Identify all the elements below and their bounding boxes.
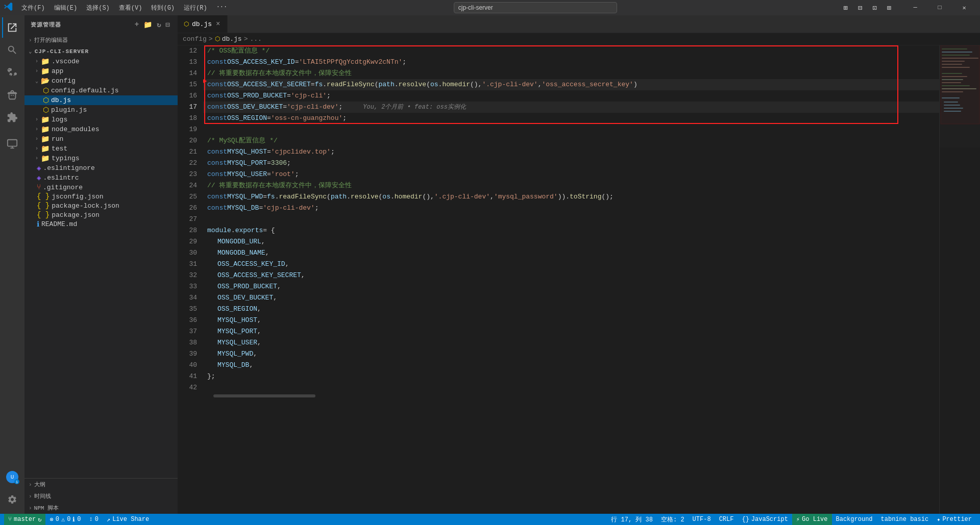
scrollbar-thumb[interactable] <box>213 394 315 397</box>
code-line-41[interactable]: }; <box>203 371 939 382</box>
open-editors-section[interactable]: › 打开的编辑器 <box>24 34 178 46</box>
code-line-20[interactable]: /* MySQL配置信息 */ <box>203 135 939 146</box>
source-control-activity-icon[interactable] <box>2 62 22 83</box>
breadcrumb-more[interactable]: ... <box>250 35 261 43</box>
go-live-item[interactable]: ⚡ Go Live <box>792 514 832 525</box>
tree-item-config[interactable]: ⌄ 📂 config <box>24 76 178 86</box>
menu-more[interactable]: ··· <box>212 3 232 13</box>
code-line-30[interactable]: MONGODB_NAME, <box>203 247 939 259</box>
npm-scripts-section[interactable]: › NPM 脚本 <box>24 502 178 514</box>
account-activity-icon[interactable]: U 1 <box>2 467 22 487</box>
prettier-item[interactable]: ✦ Prettier <box>933 514 976 525</box>
menu-file[interactable]: 文件(F) <box>17 3 49 13</box>
code-line-33[interactable]: OSS_PROD_BUCKET, <box>203 281 939 292</box>
code-line-24[interactable]: // 将重要数据存在本地缓存文件中，保障安全性 <box>203 180 939 191</box>
new-folder-icon[interactable]: 📁 <box>142 19 154 30</box>
code-line-38[interactable]: MYSQL_USER, <box>203 337 939 348</box>
code-line-34[interactable]: OSS_DEV_BUCKET, <box>203 292 939 304</box>
code-line-42[interactable] <box>203 382 939 393</box>
search-activity-icon[interactable] <box>2 40 22 60</box>
outline-section[interactable]: › 大纲 <box>24 479 178 490</box>
tab-db-js[interactable]: ⬡ db.js × <box>178 15 228 33</box>
code-line-37[interactable]: MYSQL_PORT, <box>203 326 939 337</box>
menu-edit[interactable]: 编辑(E) <box>50 3 82 13</box>
menu-run[interactable]: 运行(R) <box>180 3 211 13</box>
tab-close-button[interactable]: × <box>215 19 221 29</box>
cursor-position-item[interactable]: 行 17, 列 38 <box>607 514 657 525</box>
code-line-39[interactable]: MYSQL_PWD, <box>203 348 939 360</box>
tree-item-jsconfig[interactable]: { } jsconfig.json <box>24 192 178 201</box>
new-file-icon[interactable]: + <box>134 19 140 30</box>
code-line-17[interactable]: ● const OSS_DEV_BUCKET = 'cjp-cli-dev'; … <box>203 102 939 113</box>
tabnine-item[interactable]: tabnine basic <box>877 514 933 525</box>
tree-item-run[interactable]: › 📁 run <box>24 134 178 144</box>
horizontal-scrollbar[interactable] <box>203 393 939 398</box>
errors-item[interactable]: ⊗ 0 ⚠ 0 ℹ 0 <box>45 514 85 525</box>
timeline-section[interactable]: › 时间线 <box>24 490 178 502</box>
code-line-18[interactable]: const OSS_REGION = 'oss-cn-guangzhou'; <box>203 113 939 124</box>
collapse-all-icon[interactable]: ⊟ <box>165 19 172 30</box>
code-line-15[interactable]: const OSS_ACCESS_KEY_SECRET = fs.readFil… <box>203 79 939 90</box>
code-content[interactable]: /* OSS配置信息 */ const OSS_ACCESS_KEY_ID = … <box>203 45 939 514</box>
breadcrumb-config[interactable]: config <box>183 35 207 43</box>
code-line-22[interactable]: const MYSQL_PORT = 3306; <box>203 158 939 169</box>
remote-explorer-activity-icon[interactable] <box>2 134 22 154</box>
search-input[interactable] <box>454 2 617 13</box>
code-line-19[interactable] <box>203 124 939 135</box>
maximize-button[interactable]: □ <box>928 0 951 15</box>
extensions-activity-icon[interactable] <box>2 107 22 128</box>
explorer-activity-icon[interactable] <box>2 17 22 38</box>
code-line-14[interactable]: // 将重要数据存在本地缓存文件中，保障安全性 <box>203 68 939 79</box>
layout-custom-icon[interactable]: ⊞ <box>883 2 895 14</box>
line-ending-item[interactable]: CRLF <box>715 514 738 525</box>
tree-item-test[interactable]: › 📁 test <box>24 144 178 154</box>
layout-panel-icon[interactable]: ⊟ <box>854 2 866 14</box>
settings-activity-icon[interactable] <box>2 489 22 510</box>
tree-item-package-lock[interactable]: { } package-lock.json <box>24 201 178 210</box>
tree-item-gitignore[interactable]: ⑂ .gitignore <box>24 183 178 192</box>
code-line-29[interactable]: MONGODB_URL, <box>203 236 939 247</box>
encoding-item[interactable]: UTF-8 <box>689 514 715 525</box>
code-line-13[interactable]: const OSS_ACCESS_KEY_ID = 'LTAI5tPPfQgYc… <box>203 57 939 68</box>
code-line-31[interactable]: OSS_ACCESS_KEY_ID, <box>203 259 939 270</box>
layout-sidebar-icon[interactable]: ⊞ <box>839 2 851 14</box>
tree-item-config-default-js[interactable]: ⬡ config.default.js <box>24 86 178 95</box>
tree-item-eslintrc[interactable]: ◈ .eslintrc <box>24 173 178 183</box>
code-line-16[interactable]: const OSS_PROD_BUCKET = 'cjp-cli'; <box>203 90 939 102</box>
code-line-25[interactable]: const MYSQL_PWD = fs.readFileSync(path.r… <box>203 191 939 203</box>
menu-goto[interactable]: 转到(G) <box>147 3 179 13</box>
language-item[interactable]: {} JavaScript <box>738 514 792 525</box>
code-line-21[interactable]: const MYSQL_HOST = 'cjpclidev.top'; <box>203 146 939 158</box>
menu-select[interactable]: 选择(S) <box>82 3 114 13</box>
tree-item-vscode[interactable]: › 📁 .vscode <box>24 57 178 66</box>
code-line-26[interactable]: const MYSQL_DB = 'cjp-cli-dev'; <box>203 203 939 214</box>
live-share-item[interactable]: ↗ Live Share <box>103 514 153 525</box>
tree-item-db-js[interactable]: ⬡ db.js <box>24 95 178 105</box>
close-button[interactable]: ✕ <box>952 0 976 15</box>
code-line-36[interactable]: MYSQL_HOST, <box>203 315 939 326</box>
code-line-32[interactable]: OSS_ACCESS_KEY_SECRET, <box>203 270 939 281</box>
project-root-section[interactable]: ⌄ CJP-CLI-SERVER <box>24 46 178 57</box>
tree-item-typings[interactable]: › 📁 typings <box>24 154 178 163</box>
code-line-27[interactable] <box>203 214 939 225</box>
tree-item-package-json[interactable]: { } package.json <box>24 210 178 219</box>
tree-item-eslintignore[interactable]: ◈ .eslintignore <box>24 163 178 173</box>
git-sync-item[interactable]: ↕ 0 <box>85 514 103 525</box>
tree-item-readme[interactable]: ℹ README.md <box>24 219 178 229</box>
tree-item-node-modules[interactable]: › 📁 node_modules <box>24 124 178 134</box>
spaces-item[interactable]: 空格: 2 <box>657 514 689 525</box>
code-line-40[interactable]: MYSQL_DB, <box>203 360 939 371</box>
background-item[interactable]: Background <box>832 514 877 525</box>
code-line-12[interactable]: /* OSS配置信息 */ <box>203 45 939 57</box>
breadcrumb-file[interactable]: db.js <box>222 35 242 43</box>
git-branch-item[interactable]: ⑂ master ↻ <box>4 514 45 525</box>
minimize-button[interactable]: ─ <box>903 0 927 15</box>
debug-activity-icon[interactable] <box>2 85 22 105</box>
tree-item-logs[interactable]: › 📁 logs <box>24 115 178 124</box>
tree-item-plugin-js[interactable]: ⬡ plugin.js <box>24 105 178 115</box>
code-line-35[interactable]: OSS_REGION, <box>203 304 939 315</box>
menu-view[interactable]: 查看(V) <box>115 3 146 13</box>
tree-item-app[interactable]: › 📁 app <box>24 66 178 76</box>
layout-editor-icon[interactable]: ⊡ <box>868 2 880 14</box>
code-line-28[interactable]: module.exports = { <box>203 225 939 236</box>
